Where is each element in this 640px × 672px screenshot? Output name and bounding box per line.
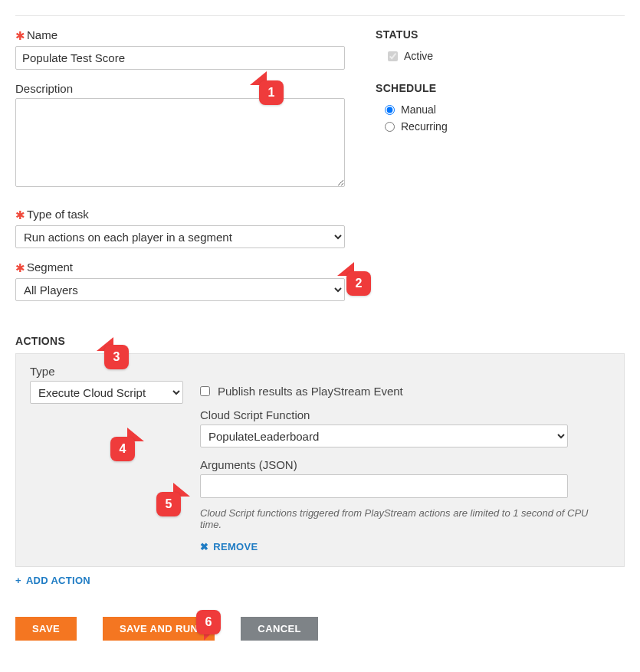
action-type-select[interactable]: Execute Cloud Script [30, 381, 183, 404]
cloud-script-function-label: Cloud Script Function [200, 408, 610, 421]
schedule-heading: SCHEDULE [376, 82, 625, 94]
active-label: Active [404, 50, 433, 62]
segment-label: ✱Segment [15, 261, 345, 275]
schedule-recurring-label: Recurring [401, 120, 448, 133]
schedule-recurring-radio[interactable] [385, 122, 395, 132]
name-input[interactable] [15, 46, 345, 70]
required-icon: ✱ [15, 208, 25, 222]
schedule-manual-radio[interactable] [385, 105, 395, 115]
action-card: Type Execute Cloud Script Publish result… [15, 353, 625, 567]
cloud-script-function-select[interactable]: PopulateLeaderboard [200, 425, 568, 447]
name-label: ✱Name [15, 28, 345, 43]
cancel-button[interactable]: CANCEL [241, 617, 318, 641]
save-button[interactable]: SAVE [15, 617, 77, 641]
arguments-label: Arguments (JSON) [200, 458, 610, 471]
active-checkbox[interactable] [388, 51, 398, 61]
cloud-script-note: Cloud Script functions triggered from Pl… [200, 507, 610, 530]
schedule-manual-label: Manual [401, 103, 436, 116]
plus-icon: + [15, 575, 21, 586]
required-icon: ✱ [15, 29, 25, 43]
type-of-task-label: ✱Type of task [15, 208, 345, 222]
segment-select[interactable]: All Players [15, 278, 345, 301]
description-label: Description [15, 82, 345, 95]
publish-results-label: Publish results as PlayStream Event [218, 385, 403, 398]
schedule-recurring-row[interactable]: Recurring [376, 120, 625, 133]
close-icon: ✖ [200, 541, 208, 552]
remove-action-link[interactable]: ✖ REMOVE [200, 541, 258, 552]
add-action-link[interactable]: + ADD ACTION [15, 575, 90, 586]
required-icon: ✱ [15, 261, 25, 275]
description-input[interactable] [15, 98, 345, 187]
status-heading: STATUS [376, 28, 625, 41]
type-of-task-select[interactable]: Run actions on each player in a segment [15, 225, 345, 248]
arguments-input[interactable] [200, 474, 568, 498]
publish-results-checkbox[interactable] [200, 386, 210, 396]
schedule-manual-row[interactable]: Manual [376, 103, 625, 116]
